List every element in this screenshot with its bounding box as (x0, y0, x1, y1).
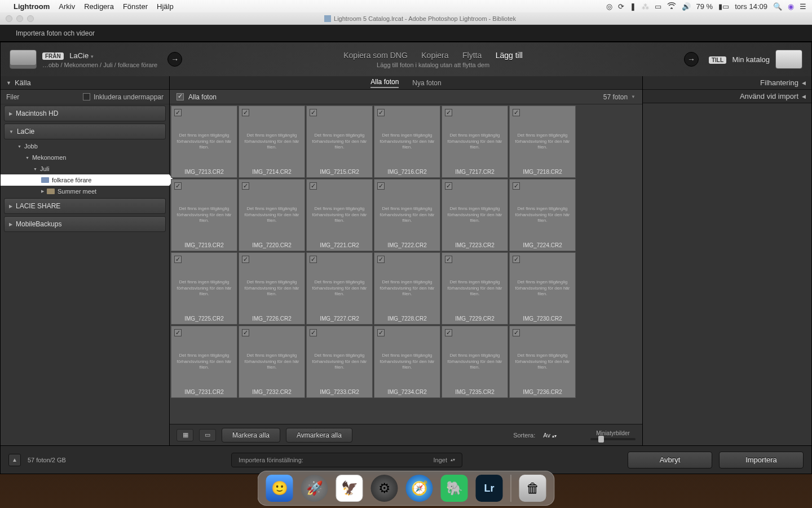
thumbnail-grid[interactable]: Det finns ingen tillgänglig förhandsvisn… (170, 104, 642, 424)
cancel-button[interactable]: Avbryt (628, 452, 712, 468)
thumbnail[interactable]: Det finns ingen tillgänglig förhandsvisn… (442, 106, 508, 178)
thumbnail[interactable]: Det finns ingen tillgänglig förhandsvisn… (171, 179, 237, 251)
panel-source-header[interactable]: ▼Källa (1, 76, 169, 90)
mode-dng[interactable]: Kopiera som DNG (343, 51, 408, 60)
dock-safari-icon[interactable]: 🧭 (406, 475, 433, 502)
thumb-checkbox[interactable] (377, 256, 385, 263)
thumbnail[interactable]: Det finns ingen tillgänglig förhandsvisn… (239, 326, 305, 398)
import-button[interactable]: Importera (719, 452, 804, 468)
expand-filmstrip-button[interactable]: ▲ (8, 454, 21, 466)
grid-view-icon[interactable]: ▦ (176, 429, 193, 441)
sort-value[interactable]: Av ▴▾ (543, 432, 557, 439)
menu-redigera[interactable]: Redigera (84, 2, 114, 11)
thumb-checkbox[interactable] (377, 109, 385, 116)
thumb-checkbox[interactable] (242, 109, 249, 116)
thumb-checkbox[interactable] (513, 109, 520, 116)
thumb-checkbox[interactable] (377, 182, 385, 190)
thumbnail[interactable]: Det finns ingen tillgänglig förhandsvisn… (171, 106, 237, 178)
thumbnail[interactable]: Det finns ingen tillgänglig förhandsvisn… (239, 106, 305, 178)
thumbnail[interactable]: Det finns ingen tillgänglig förhandsvisn… (374, 106, 440, 178)
display-icon[interactable]: ▭ (655, 2, 661, 11)
thumbnail[interactable]: Det finns ingen tillgänglig förhandsvisn… (239, 179, 305, 251)
thumb-checkbox[interactable] (310, 182, 317, 190)
bluetooth-icon[interactable]: ⁂ (642, 2, 649, 11)
thumb-checkbox[interactable] (242, 256, 249, 263)
thumbnail[interactable]: Det finns ingen tillgänglig förhandsvisn… (442, 252, 508, 325)
thumb-checkbox[interactable] (310, 256, 317, 263)
drive-lacie-share[interactable]: ▶LACIE SHARE (4, 198, 166, 214)
siri-icon[interactable]: ◉ (788, 2, 794, 11)
thumbnail[interactable]: Det finns ingen tillgänglig förhandsvisn… (306, 179, 373, 251)
thumbnail[interactable]: Det finns ingen tillgänglig förhandsvisn… (509, 106, 576, 178)
thumbnail[interactable]: Det finns ingen tillgänglig förhandsvisn… (239, 252, 305, 325)
thumbnail[interactable]: Det finns ingen tillgänglig förhandsvisn… (509, 326, 576, 398)
menu-arkiv[interactable]: Arkiv (59, 2, 75, 11)
import-preset-dropdown[interactable]: Importera förinställning: Inget ▴▾ (231, 453, 462, 467)
thumb-checkbox[interactable] (445, 256, 452, 263)
thumbnail[interactable]: Det finns ingen tillgänglig förhandsvisn… (306, 326, 373, 398)
mode-move[interactable]: Flytta (462, 51, 482, 60)
source-name[interactable]: LaCie▾ (69, 51, 94, 60)
thumbnail[interactable]: Det finns ingen tillgänglig förhandsvisn… (171, 326, 237, 398)
folder-summer-meet[interactable]: ▶Summer meet (1, 186, 169, 197)
spotlight-icon[interactable]: 🔍 (773, 2, 782, 11)
thumbnail[interactable]: Det finns ingen tillgänglig förhandsvisn… (509, 179, 576, 251)
mode-add[interactable]: Lägg till (496, 51, 523, 60)
evernote-menubar-icon[interactable]: ❚ (630, 2, 636, 11)
arrow-right-icon-2[interactable]: → (684, 52, 699, 67)
dock-launchpad-icon[interactable]: 🚀 (301, 475, 328, 502)
thumb-checkbox[interactable] (174, 256, 182, 263)
sync-icon[interactable]: ⟳ (618, 2, 624, 11)
thumbnail[interactable]: Det finns ingen tillgänglig förhandsvisn… (374, 252, 440, 325)
loupe-view-icon[interactable]: ▭ (199, 429, 216, 441)
check-all-button[interactable]: Markera alla (222, 428, 280, 443)
menu-fonster[interactable]: Fönster (123, 2, 148, 11)
traffic-zoom[interactable] (27, 15, 34, 22)
include-subfolders-checkbox[interactable] (83, 93, 90, 100)
drive-lacie[interactable]: ▼LaCie (4, 124, 166, 139)
cc-icon[interactable]: ◎ (606, 2, 612, 11)
thumb-checkbox[interactable] (174, 109, 182, 116)
drive-mobilebackups[interactable]: ▶MobileBackups (4, 216, 166, 232)
menubar-app[interactable]: Lightroom (14, 2, 50, 11)
thumbsize-slider[interactable] (590, 438, 636, 440)
mode-copy[interactable]: Kopiera (421, 51, 448, 60)
thumb-checkbox[interactable] (242, 329, 249, 336)
panel-anvand-vid-import[interactable]: Använd vid import◀ (643, 90, 811, 103)
thumbnail[interactable]: Det finns ingen tillgänglig förhandsvisn… (171, 252, 237, 325)
dock-settings-icon[interactable]: ⚙ (371, 475, 398, 502)
thumbnail[interactable]: Det finns ingen tillgänglig förhandsvisn… (442, 179, 508, 251)
arrow-right-icon[interactable]: → (167, 52, 182, 67)
thumb-checkbox[interactable] (445, 182, 452, 190)
select-all-checkbox[interactable] (176, 93, 184, 100)
dock-lightroom-icon[interactable]: Lr (476, 475, 503, 502)
battery-icon[interactable]: ▮▭ (718, 2, 729, 11)
dock-evernote-icon[interactable]: 🐘 (441, 475, 468, 502)
folder-juli[interactable]: ▼Juli (1, 163, 169, 174)
thumbnail[interactable]: Det finns ingen tillgänglig förhandsvisn… (306, 106, 373, 178)
thumb-checkbox[interactable] (445, 329, 452, 336)
dock-mail-icon[interactable]: 🦅 (336, 475, 363, 502)
tab-import[interactable]: Importera foton och videor (10, 29, 100, 37)
thumbnail[interactable]: Det finns ingen tillgänglig förhandsvisn… (374, 179, 440, 251)
traffic-close[interactable] (6, 15, 12, 22)
folder-jobb[interactable]: ▼Jobb (1, 141, 169, 152)
folder-selected[interactable]: folkrace förare (1, 174, 169, 186)
dock-finder-icon[interactable]: 🙂 (266, 475, 293, 502)
dest-name[interactable]: Min katalog (732, 55, 770, 64)
dock-trash-icon[interactable]: 🗑 (519, 475, 546, 502)
thumb-checkbox[interactable] (513, 256, 520, 263)
uncheck-all-button[interactable]: Avmarkera alla (286, 428, 352, 443)
drive-macintosh-hd[interactable]: ▶Macintosh HD (4, 106, 166, 121)
thumb-checkbox[interactable] (242, 182, 249, 190)
thumb-checkbox[interactable] (513, 182, 520, 190)
thumb-checkbox[interactable] (513, 329, 520, 336)
panel-filhantering[interactable]: Filhantering◀ (643, 76, 811, 90)
traffic-minimize[interactable] (16, 15, 23, 22)
folder-mekonomen[interactable]: ▼Mekonomen (1, 152, 169, 163)
thumb-checkbox[interactable] (377, 329, 385, 336)
thumbnail[interactable]: Det finns ingen tillgänglig förhandsvisn… (306, 252, 373, 325)
thumb-checkbox[interactable] (310, 329, 317, 336)
tab-alla-foton[interactable]: Alla foton (370, 78, 399, 88)
thumbnail[interactable]: Det finns ingen tillgänglig förhandsvisn… (509, 252, 576, 325)
